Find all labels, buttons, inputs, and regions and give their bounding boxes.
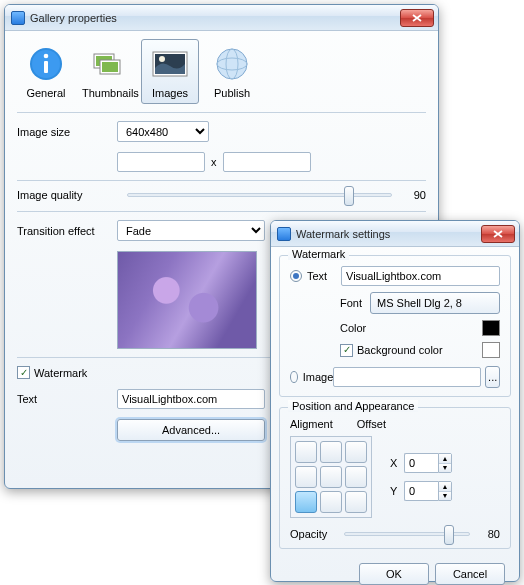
separator	[17, 112, 426, 113]
watermark-settings-window: Watermark settings Watermark Text Font M…	[270, 220, 520, 582]
quality-slider[interactable]	[127, 193, 392, 197]
svg-rect-2	[44, 61, 48, 73]
wm-image-input[interactable]	[333, 367, 481, 387]
offset-label: Offset	[357, 418, 386, 430]
align-ml[interactable]	[295, 466, 317, 488]
globe-icon	[212, 44, 252, 84]
font-button[interactable]: MS Shell Dlg 2, 8	[370, 292, 500, 314]
y-label: Y	[390, 485, 404, 497]
close-icon	[412, 14, 422, 22]
titlebar[interactable]: Watermark settings	[271, 221, 519, 247]
up-arrow-icon[interactable]: ▲	[439, 454, 451, 464]
align-mr[interactable]	[345, 466, 367, 488]
height-input[interactable]	[223, 152, 311, 172]
tab-label: Thumbnails	[82, 87, 134, 99]
offset-x-spinner[interactable]: ▲▼	[404, 453, 452, 473]
x-label: x	[211, 156, 217, 168]
titlebar[interactable]: Gallery properties	[5, 5, 438, 31]
tab-images[interactable]: Images	[141, 39, 199, 104]
watermark-label: Watermark	[34, 367, 87, 379]
image-quality-label: Image quality	[17, 189, 117, 201]
opacity-slider[interactable]	[344, 532, 470, 536]
opacity-value: 80	[480, 528, 500, 540]
x-label: X	[390, 457, 404, 469]
bgcolor-checkbox[interactable]	[340, 344, 353, 357]
align-bc[interactable]	[320, 491, 342, 513]
separator	[17, 211, 426, 212]
opacity-label: Opacity	[290, 528, 334, 540]
images-icon	[150, 44, 190, 84]
tab-label: Publish	[206, 87, 258, 99]
slider-thumb[interactable]	[344, 186, 354, 206]
dialog-buttons: OK Cancel	[279, 559, 511, 585]
image-size-select[interactable]: 640x480	[117, 121, 209, 142]
alignment-grid	[290, 436, 372, 518]
align-tc[interactable]	[320, 441, 342, 463]
close-button[interactable]	[400, 9, 434, 27]
transition-label: Transition effect	[17, 225, 117, 237]
quality-value: 90	[402, 189, 426, 201]
watermark-checkbox[interactable]	[17, 366, 30, 379]
color-swatch[interactable]	[482, 320, 500, 336]
down-arrow-icon[interactable]: ▼	[439, 464, 451, 473]
watermark-group: Watermark Text Font MS Shell Dlg 2, 8 Co…	[279, 255, 511, 397]
tab-label: Images	[144, 87, 196, 99]
dimensions-row: x	[117, 152, 426, 172]
text-radio[interactable]	[290, 270, 302, 282]
offset-y-spinner[interactable]: ▲▼	[404, 481, 452, 501]
tab-bar: General Thumbnails Images Publish	[17, 39, 426, 104]
alignment-label: Aligment	[290, 418, 333, 430]
watermark-text-input[interactable]	[117, 389, 265, 409]
close-icon	[493, 230, 503, 238]
info-icon	[26, 44, 66, 84]
advanced-button[interactable]: Advanced...	[117, 419, 265, 441]
align-tl[interactable]	[295, 441, 317, 463]
svg-rect-7	[102, 62, 118, 72]
bgcolor-label: Background color	[357, 344, 443, 356]
group-label: Watermark	[288, 248, 349, 260]
transition-select[interactable]: Fade	[117, 220, 265, 241]
ok-button[interactable]: OK	[359, 563, 429, 585]
tab-thumbnails[interactable]: Thumbnails	[79, 39, 137, 104]
separator	[17, 180, 426, 181]
thumbnails-icon	[88, 44, 128, 84]
position-group: Position and Appearance Aligment Offset	[279, 407, 511, 549]
tab-publish[interactable]: Publish	[203, 39, 261, 104]
cancel-button[interactable]: Cancel	[435, 563, 505, 585]
transition-preview	[117, 251, 257, 349]
group-label: Position and Appearance	[288, 400, 418, 412]
align-bl[interactable]	[295, 491, 317, 513]
svg-point-3	[44, 54, 49, 59]
align-br[interactable]	[345, 491, 367, 513]
bgcolor-swatch[interactable]	[482, 342, 500, 358]
browse-button[interactable]: ...	[485, 366, 500, 388]
image-size-label: Image size	[17, 126, 117, 138]
svg-point-11	[217, 49, 247, 79]
wm-text-input[interactable]	[341, 266, 500, 286]
text-label: Text	[17, 393, 117, 405]
image-radio[interactable]	[290, 371, 298, 383]
svg-point-10	[159, 56, 165, 62]
up-arrow-icon[interactable]: ▲	[439, 482, 451, 492]
align-mc[interactable]	[320, 466, 342, 488]
tab-label: General	[20, 87, 72, 99]
down-arrow-icon[interactable]: ▼	[439, 492, 451, 501]
align-tr[interactable]	[345, 441, 367, 463]
text-radio-label: Text	[307, 270, 341, 282]
tab-general[interactable]: General	[17, 39, 75, 104]
close-button[interactable]	[481, 225, 515, 243]
app-icon	[11, 11, 25, 25]
color-label: Color	[340, 322, 370, 334]
window-title: Gallery properties	[30, 12, 400, 24]
window-title: Watermark settings	[296, 228, 481, 240]
font-label: Font	[340, 297, 370, 309]
image-radio-label: Image	[303, 371, 334, 383]
app-icon	[277, 227, 291, 241]
width-input[interactable]	[117, 152, 205, 172]
slider-thumb[interactable]	[444, 525, 454, 545]
